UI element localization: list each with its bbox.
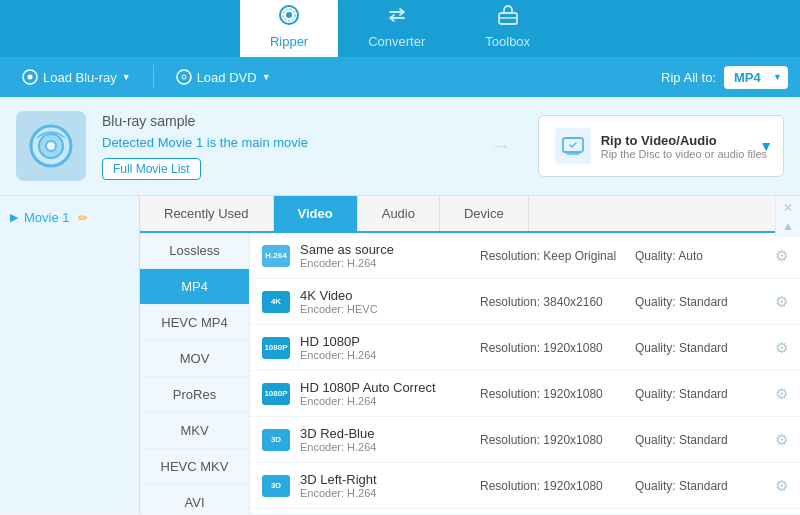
- format-list-item-lossless[interactable]: Lossless: [140, 233, 249, 269]
- settings-icon[interactable]: ⚙: [775, 431, 788, 449]
- tab-audio[interactable]: Audio: [358, 196, 440, 231]
- format-row[interactable]: 3D 3D Left-Right Encoder: H.264 Resoluti…: [250, 463, 800, 509]
- format-thumb: 1080P: [262, 337, 290, 359]
- format-row[interactable]: 4K 4K Video Encoder: HEVC Resolution: 38…: [250, 279, 800, 325]
- movie-item[interactable]: ▶ Movie 1 ✏: [0, 202, 139, 233]
- content-area: ▶ Movie 1 ✏ Recently Used Video Audio De…: [0, 196, 800, 514]
- format-encoder: Encoder: H.264: [300, 257, 470, 269]
- format-quality: Quality: Standard: [635, 341, 765, 355]
- format-row[interactable]: 3D 3D Red-Blue Encoder: H.264 Resolution…: [250, 417, 800, 463]
- top-nav: Ripper Converter Toolbox: [0, 0, 800, 57]
- format-list-item-hevc-mkv[interactable]: HEVC MKV: [140, 449, 249, 485]
- rip-to-text: Rip to Video/Audio Rip the Disc to video…: [601, 133, 767, 160]
- format-thumb: 3D: [262, 475, 290, 497]
- format-resolution: Resolution: 1920x1080: [480, 387, 625, 401]
- toolbox-label: Toolbox: [485, 34, 530, 49]
- rip-all-select-wrapper[interactable]: MP4 MKV MOV: [724, 66, 788, 89]
- toolbar-divider: [153, 65, 154, 89]
- svg-point-1: [286, 12, 292, 18]
- ripper-icon: [278, 4, 300, 31]
- format-name: HD 1080P Auto Correct: [300, 380, 470, 395]
- format-list-item-avi[interactable]: AVI: [140, 485, 249, 514]
- format-row[interactable]: 1080P HD 1080P Encoder: H.264 Resolution…: [250, 325, 800, 371]
- format-name: Same as source: [300, 242, 470, 257]
- rip-all-label: Rip All to:: [661, 70, 716, 85]
- tab-device[interactable]: Device: [440, 196, 529, 231]
- collapse-panel-button[interactable]: ▲: [780, 218, 796, 234]
- rip-to-icon: [555, 128, 591, 164]
- format-name: 4K Video: [300, 288, 470, 303]
- format-list-item-mov[interactable]: MOV: [140, 341, 249, 377]
- format-list-item-mp4[interactable]: MP4: [140, 269, 249, 305]
- format-resolution: Resolution: 1920x1080: [480, 433, 625, 447]
- nav-converter[interactable]: Converter: [338, 0, 455, 57]
- load-bluray-button[interactable]: Load Blu-ray ▼: [12, 65, 141, 89]
- full-movie-list-button[interactable]: Full Movie List: [102, 158, 201, 180]
- nav-ripper[interactable]: Ripper: [240, 0, 338, 57]
- disc-info: Blu-ray sample Detected Movie 1 is the m…: [0, 97, 800, 196]
- settings-icon[interactable]: ⚙: [775, 339, 788, 357]
- format-encoder: Encoder: H.264: [300, 487, 470, 499]
- format-name-col: 3D Red-Blue Encoder: H.264: [300, 426, 470, 453]
- settings-icon[interactable]: ⚙: [775, 477, 788, 495]
- svg-point-5: [28, 75, 33, 80]
- load-dvd-label: Load DVD: [197, 70, 257, 85]
- tab-recently-used[interactable]: Recently Used: [140, 196, 274, 231]
- settings-icon[interactable]: ⚙: [775, 385, 788, 403]
- converter-icon: [386, 4, 408, 31]
- format-encoder: Encoder: HEVC: [300, 303, 470, 315]
- format-list-item-hevc-mp4[interactable]: HEVC MP4: [140, 305, 249, 341]
- svg-point-10: [46, 141, 56, 151]
- format-row[interactable]: 1080P HD 1080P Auto Correct Encoder: H.2…: [250, 371, 800, 417]
- disc-details: Blu-ray sample Detected Movie 1 is the m…: [102, 113, 464, 180]
- disc-title: Blu-ray sample: [102, 113, 464, 129]
- format-resolution: Resolution: 1920x1080: [480, 479, 625, 493]
- format-name: 3D Red-Blue: [300, 426, 470, 441]
- format-list-item-prores[interactable]: ProRes: [140, 377, 249, 413]
- format-thumb: 1080P: [262, 383, 290, 405]
- disc-icon: [16, 111, 86, 181]
- format-thumb: H.264: [262, 245, 290, 267]
- format-row[interactable]: H.264 Same as source Encoder: H.264 Reso…: [250, 233, 800, 279]
- settings-icon[interactable]: ⚙: [775, 247, 788, 265]
- format-body: LosslessMP4HEVC MP4MOVProResMKVHEVC MKVA…: [140, 233, 800, 514]
- load-bluray-chevron: ▼: [122, 72, 131, 82]
- svg-point-7: [182, 75, 186, 79]
- format-list-item-mkv[interactable]: MKV: [140, 413, 249, 449]
- format-thumb: 4K: [262, 291, 290, 313]
- panel-controls: ✕ ▲: [775, 196, 800, 238]
- load-dvd-chevron: ▼: [262, 72, 271, 82]
- tab-video[interactable]: Video: [274, 196, 358, 231]
- format-row[interactable]: 720P HD 720P Encoder: H.264 Resolution: …: [250, 509, 800, 514]
- movie-label: Movie 1: [24, 210, 70, 225]
- edit-icon[interactable]: ✏: [78, 211, 88, 225]
- toolbox-icon: [497, 4, 519, 31]
- format-thumb: 3D: [262, 429, 290, 451]
- detected-movie: Movie 1: [158, 135, 204, 150]
- play-icon: ▶: [10, 211, 18, 224]
- format-name-col: Same as source Encoder: H.264: [300, 242, 470, 269]
- rip-to-chevron[interactable]: ▼: [759, 138, 773, 154]
- disc-detected: Detected Movie 1 is the main movie: [102, 135, 464, 150]
- format-name-col: 3D Left-Right Encoder: H.264: [300, 472, 470, 499]
- left-panel: ▶ Movie 1 ✏: [0, 196, 140, 514]
- nav-toolbox[interactable]: Toolbox: [455, 0, 560, 57]
- rip-to-sub: Rip the Disc to video or audio files: [601, 148, 767, 160]
- rip-to-box: Rip to Video/Audio Rip the Disc to video…: [538, 115, 784, 177]
- format-name-col: HD 1080P Auto Correct Encoder: H.264: [300, 380, 470, 407]
- format-encoder: Encoder: H.264: [300, 349, 470, 361]
- settings-icon[interactable]: ⚙: [775, 293, 788, 311]
- ripper-label: Ripper: [270, 34, 308, 49]
- format-quality: Quality: Standard: [635, 387, 765, 401]
- format-quality: Quality: Standard: [635, 433, 765, 447]
- load-dvd-button[interactable]: Load DVD ▼: [166, 65, 281, 89]
- close-panel-button[interactable]: ✕: [780, 200, 796, 216]
- format-name: 3D Left-Right: [300, 472, 470, 487]
- detected-prefix: Detected: [102, 135, 158, 150]
- detected-suffix: is the main movie: [203, 135, 308, 150]
- format-name-col: HD 1080P Encoder: H.264: [300, 334, 470, 361]
- format-encoder: Encoder: H.264: [300, 395, 470, 407]
- rip-all-select[interactable]: MP4 MKV MOV: [724, 66, 788, 89]
- load-bluray-label: Load Blu-ray: [43, 70, 117, 85]
- format-quality: Quality: Standard: [635, 295, 765, 309]
